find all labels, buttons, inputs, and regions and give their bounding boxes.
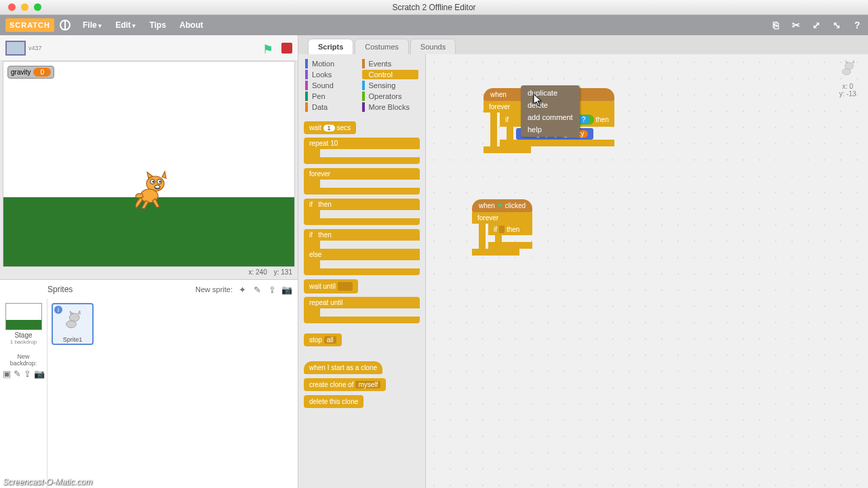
svg-point-5: [159, 181, 161, 183]
camera-backdrop-icon[interactable]: 📷: [34, 368, 45, 379]
stage-thumbnail[interactable]: [5, 303, 42, 330]
tab-scripts[interactable]: Scripts: [308, 39, 353, 54]
block-forever[interactable]: forever: [304, 168, 420, 195]
window-title: Scratch 2 Offline Editor: [0, 3, 868, 12]
tool-stamp-icon[interactable]: ⎘: [770, 20, 781, 30]
sprites-title: Sprites: [47, 285, 73, 294]
sprite-tile-sprite1[interactable]: i Sprite1: [52, 303, 94, 345]
sprite-info-icon[interactable]: i: [54, 306, 62, 314]
project-title: v437: [28, 45, 42, 52]
block-repeat-until[interactable]: repeat until: [304, 297, 420, 323]
category-data[interactable]: Data: [305, 102, 362, 112]
stage-caption: Stage: [4, 331, 43, 339]
paint-sprite-icon[interactable]: ✎: [252, 284, 262, 295]
variable-monitor-value: 0: [33, 68, 51, 77]
paint-backdrop-icon[interactable]: ✎: [14, 368, 21, 379]
block-stop[interactable]: stop all: [304, 333, 342, 346]
context-menu: duplicate delete add comment help: [521, 85, 580, 137]
menu-bar: SCRATCH File Edit Tips About ⎘ ✂ ⤢ ⤡ ?: [0, 15, 868, 35]
scripts-canvas[interactable]: x: 0 y: -13 when forever if or ?: [426, 54, 868, 488]
script-tabs: Scripts Costumes Sounds: [298, 35, 868, 54]
upload-sprite-icon[interactable]: ⇪: [267, 284, 277, 295]
context-menu-add-comment[interactable]: add comment: [521, 111, 580, 123]
tab-costumes[interactable]: Costumes: [355, 39, 409, 54]
choose-sprite-library-icon[interactable]: ✦: [237, 284, 248, 295]
script-stack-2[interactable]: when ⚑ clicked forever if then: [472, 199, 532, 256]
variable-monitor-gravity[interactable]: gravity 0: [7, 66, 54, 79]
block-if-then[interactable]: if then: [304, 199, 420, 225]
stage[interactable]: gravity 0: [3, 61, 295, 267]
svg-point-8: [69, 313, 79, 321]
camera-sprite-icon[interactable]: 📷: [281, 284, 292, 295]
window-title-bar: Scratch 2 Offline Editor: [0, 0, 868, 15]
block-if-2[interactable]: if then: [488, 224, 532, 235]
block-delete-clone[interactable]: delete this clone: [304, 395, 363, 408]
svg-point-4: [153, 181, 155, 183]
category-sound[interactable]: Sound: [305, 81, 362, 90]
sprite-cat[interactable]: [132, 170, 173, 211]
backdrop-count: 1 backdrop: [4, 339, 43, 345]
hat-when-flag-clicked-2[interactable]: when ⚑ clicked: [472, 199, 532, 212]
menu-file[interactable]: File: [76, 20, 108, 30]
block-forever-2[interactable]: forever: [472, 212, 532, 224]
tool-help-icon[interactable]: ?: [852, 20, 863, 30]
tool-scissors-icon[interactable]: ✂: [791, 20, 802, 30]
variable-monitor-name: gravity: [11, 68, 31, 76]
block-palette: Motion Events Looks Control Sound Sensin…: [298, 54, 426, 488]
canvas-sprite-info: x: 0 y: -13: [834, 58, 861, 98]
language-globe-icon[interactable]: [60, 20, 71, 30]
tool-grow-icon[interactable]: ⤢: [811, 20, 822, 30]
context-menu-duplicate[interactable]: duplicate: [521, 87, 580, 99]
category-looks[interactable]: Looks: [305, 70, 362, 79]
context-menu-delete[interactable]: delete: [521, 99, 580, 111]
context-menu-help[interactable]: help: [521, 123, 580, 136]
scratch-logo[interactable]: SCRATCH: [5, 18, 54, 32]
svg-point-11: [842, 68, 850, 75]
tab-sounds[interactable]: Sounds: [410, 39, 456, 54]
svg-point-7: [157, 184, 158, 186]
svg-point-10: [845, 62, 853, 69]
stop-button[interactable]: [281, 43, 292, 54]
green-flag-button[interactable]: ⚑: [262, 42, 275, 54]
new-sprite-label: New sprite:: [195, 285, 233, 293]
watermark: Screencast-O-Matic.com: [3, 477, 92, 487]
upload-backdrop-icon[interactable]: ⇪: [24, 368, 31, 379]
menu-edit[interactable]: Edit: [108, 20, 142, 30]
svg-point-9: [66, 321, 77, 328]
category-control[interactable]: Control: [362, 70, 419, 79]
new-backdrop-label: New backdrop:: [4, 353, 43, 367]
block-wait-until[interactable]: wait until: [304, 279, 358, 293]
menu-about[interactable]: About: [173, 20, 210, 30]
category-sensing[interactable]: Sensing: [362, 81, 419, 90]
choose-backdrop-library-icon[interactable]: ▣: [3, 368, 11, 379]
category-motion[interactable]: Motion: [305, 59, 362, 68]
category-events[interactable]: Events: [362, 59, 419, 68]
block-repeat[interactable]: repeat 10: [304, 138, 420, 164]
menu-tips[interactable]: Tips: [142, 20, 172, 30]
stage-view-mode-icon[interactable]: [5, 41, 26, 56]
block-when-start-clone[interactable]: when I start as a clone: [304, 361, 382, 374]
stage-header: v437 ⚑: [0, 35, 298, 61]
block-if-then-else[interactable]: if thenelse: [304, 229, 420, 275]
category-more-blocks[interactable]: More Blocks: [362, 102, 419, 112]
sprite-tile-label: Sprite1: [53, 336, 92, 343]
category-pen[interactable]: Pen: [305, 92, 362, 101]
block-create-clone[interactable]: create clone of myself: [304, 378, 386, 391]
category-operators[interactable]: Operators: [362, 92, 419, 101]
block-wait[interactable]: wait 1 secs: [304, 121, 356, 134]
tool-shrink-icon[interactable]: ⤡: [831, 20, 842, 30]
stage-coords: x: 240 y: 131: [0, 267, 298, 279]
